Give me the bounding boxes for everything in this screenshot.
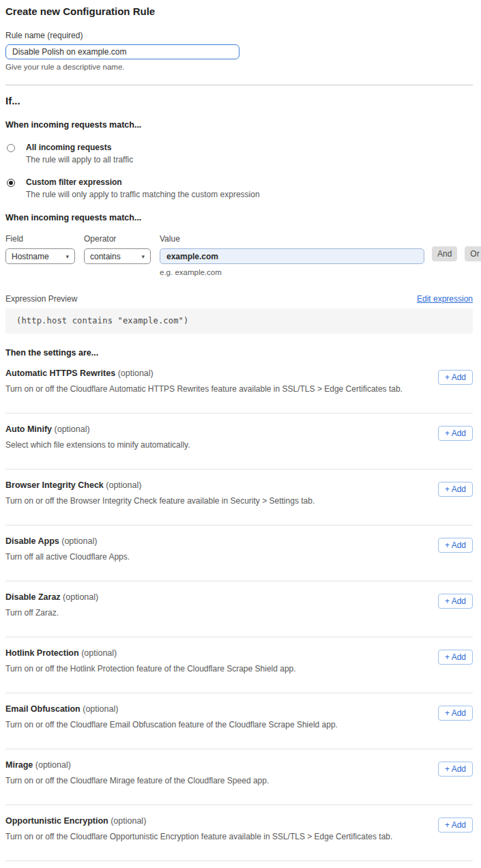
rule-name-field-group: Rule name (required) Give your rule a de…	[5, 31, 473, 71]
setting-row-email-obfuscation: Email Obfuscation (optional) Turn on or …	[5, 693, 473, 749]
operator-select-value: contains	[90, 252, 121, 261]
setting-row-opportunistic-encryption: Opportunistic Encryption (optional) Turn…	[5, 805, 473, 861]
optional-label: (optional)	[55, 424, 90, 434]
expression-preview-label: Expression Preview	[5, 294, 77, 304]
radio-option-all-incoming-requests[interactable]: All incoming requests The rule will appl…	[5, 143, 473, 164]
optional-label: (optional)	[106, 480, 141, 490]
optional-label: (optional)	[118, 368, 154, 378]
radio-unselected-icon[interactable]	[7, 144, 15, 152]
edit-expression-link[interactable]: Edit expression	[417, 294, 473, 304]
setting-name: Opportunistic Encryption	[5, 816, 108, 826]
add-automatic-https-rewrites-button[interactable]: + Add	[438, 370, 473, 385]
create-configuration-rule-page: Create new Configuration Rule Rule name …	[0, 0, 481, 868]
chevron-down-icon: ▾	[65, 253, 69, 260]
incoming-requests-match-heading: When incoming requests match...	[5, 120, 473, 130]
expression-builder-row: Field Hostname ▾ Operator contains ▾ Val…	[5, 234, 473, 276]
value-helper: e.g. example.com	[160, 268, 424, 276]
setting-description: Turn off Zaraz.	[5, 608, 98, 618]
optional-label: (optional)	[61, 536, 97, 546]
then-settings-heading: Then the settings are...	[5, 348, 473, 358]
add-opportunistic-encryption-button[interactable]: + Add	[438, 818, 473, 833]
radio-label: Custom filter expression	[26, 177, 260, 187]
setting-description: Turn off all active Cloudflare Apps.	[5, 552, 130, 562]
expression-builder-heading: When incoming requests match...	[5, 213, 473, 222]
setting-row-auto-minify: Auto Minify (optional) Select which file…	[5, 414, 473, 469]
radio-description: The rule will only apply to traffic matc…	[26, 190, 260, 199]
operator-label: Operator	[84, 234, 160, 244]
setting-description: Turn on or off the Cloudflare Automatic …	[5, 384, 403, 394]
setting-name: Automatic HTTPS Rewrites	[5, 368, 115, 378]
radio-label: All incoming requests	[26, 143, 133, 152]
value-input[interactable]	[160, 248, 424, 264]
chevron-down-icon: ▾	[141, 253, 145, 260]
or-button[interactable]: Or	[465, 246, 481, 261]
section-divider	[5, 85, 473, 85]
setting-description: Select which file extensions to minify a…	[5, 440, 190, 450]
optional-label: (optional)	[83, 704, 118, 714]
setting-description: Turn on or off the Hotlink Protection fe…	[5, 664, 296, 674]
add-disable-apps-button[interactable]: + Add	[438, 538, 473, 553]
radio-selected-icon[interactable]	[7, 179, 15, 187]
setting-row-disable-apps: Disable Apps (optional) Turn off all act…	[5, 525, 473, 581]
setting-row-automatic-https-rewrites: Automatic HTTPS Rewrites (optional) Turn…	[5, 358, 473, 414]
field-label: Field	[5, 234, 84, 244]
rule-name-label: Rule name (required)	[5, 31, 473, 40]
optional-label: (optional)	[35, 760, 71, 770]
setting-name: Mirage	[5, 760, 33, 770]
radio-description: The rule will apply to all traffic	[26, 155, 133, 164]
add-auto-minify-button[interactable]: + Add	[438, 426, 473, 441]
optional-label: (optional)	[81, 648, 117, 658]
optional-label: (optional)	[111, 816, 146, 826]
if-heading: If...	[5, 95, 473, 106]
setting-name: Auto Minify	[5, 424, 52, 434]
setting-row-mirage: Mirage (optional) Turn on or off the Clo…	[5, 749, 473, 805]
setting-row-disable-zaraz: Disable Zaraz (optional) Turn off Zaraz.…	[5, 581, 473, 637]
setting-name: Email Obfuscation	[5, 704, 81, 714]
rule-name-input[interactable]	[5, 44, 239, 59]
setting-name: Disable Zaraz	[5, 592, 61, 602]
setting-name: Hotlink Protection	[5, 648, 79, 658]
add-mirage-button[interactable]: + Add	[438, 762, 473, 777]
setting-description: Turn on or off the Cloudflare Opportunis…	[5, 832, 392, 841]
setting-name: Disable Apps	[5, 536, 59, 546]
setting-name: Browser Integrity Check	[5, 480, 104, 490]
optional-label: (optional)	[63, 592, 98, 602]
add-disable-zaraz-button[interactable]: + Add	[438, 594, 473, 609]
expression-preview-code: (http.host contains "example.com")	[5, 308, 473, 334]
page-title: Create new Configuration Rule	[5, 5, 473, 17]
setting-description: Turn on or off the Cloudflare Mirage fea…	[5, 776, 269, 785]
setting-description: Turn on or off the Browser Integrity Che…	[5, 496, 315, 506]
and-button[interactable]: And	[432, 246, 457, 261]
field-select[interactable]: Hostname ▾	[5, 248, 75, 264]
setting-row-polish-expanded: Polish (optional) Change the settings of…	[5, 861, 473, 868]
setting-description: Turn on or off the Cloudflare Email Obfu…	[5, 720, 338, 729]
setting-row-hotlink-protection: Hotlink Protection (optional) Turn on or…	[5, 637, 473, 693]
operator-select[interactable]: contains ▾	[84, 248, 151, 264]
field-select-value: Hostname	[12, 252, 49, 261]
rule-name-helper: Give your rule a descriptive name.	[5, 63, 473, 71]
value-label: Value	[160, 234, 424, 244]
setting-row-browser-integrity-check: Browser Integrity Check (optional) Turn …	[5, 469, 473, 525]
add-hotlink-protection-button[interactable]: + Add	[438, 650, 473, 665]
add-email-obfuscation-button[interactable]: + Add	[438, 706, 473, 721]
radio-option-custom-filter-expression[interactable]: Custom filter expression The rule will o…	[5, 177, 473, 199]
add-browser-integrity-check-button[interactable]: + Add	[438, 482, 473, 497]
